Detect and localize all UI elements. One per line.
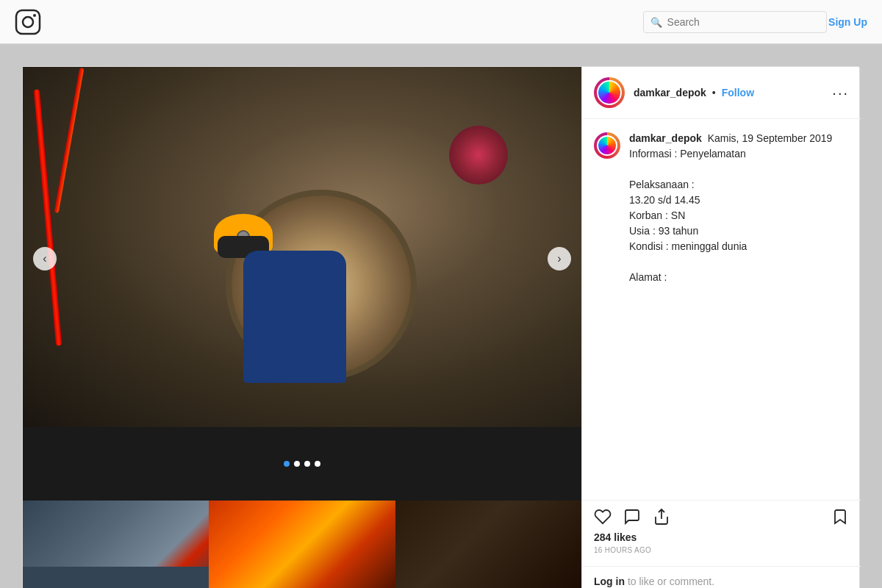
bookmark-button[interactable] (831, 508, 849, 526)
caption-username[interactable]: damkar_depok (629, 132, 702, 144)
carousel-dot-3[interactable] (304, 461, 310, 467)
comment-icon (623, 508, 641, 526)
caption-row: damkar_depok Kamis, 19 September 2019 In… (594, 131, 849, 285)
login-prompt-text: to like or comment. (625, 576, 714, 587)
share-button[interactable] (653, 508, 670, 526)
rescue-scene-image (23, 67, 581, 427)
caption-line4: Korban : SN (629, 209, 685, 221)
search-icon: 🔍 (650, 16, 662, 27)
more-options-button[interactable]: ··· (832, 85, 849, 101)
post-image-main: ‹ › (23, 67, 581, 427)
ellipsis-icon: ··· (832, 85, 849, 101)
username-header[interactable]: damkar_depok (634, 87, 706, 98)
signup-button[interactable]: Sign Up (828, 16, 867, 28)
search-container: 🔍 (643, 11, 827, 33)
caption-content: damkar_depok Kamis, 19 September 2019 In… (629, 131, 832, 285)
carousel-indicator-bar (23, 427, 581, 501)
likes-count: 284 likes (594, 531, 849, 543)
heart-icon (594, 508, 612, 526)
post-actions: 284 likes 16 HOURS AGO (582, 500, 861, 566)
navbar: 🔍 Log In Sign Up (0, 0, 882, 44)
login-prompt: Log in to like or comment. (582, 566, 861, 588)
search-input[interactable] (643, 11, 827, 33)
caption-line6: Kondisi : meninggal dunia (629, 240, 747, 252)
caption-date: Kamis, 19 September 2019 (708, 132, 833, 144)
post-info-panel: damkar_depok • Follow ··· (581, 67, 861, 588)
share-icon (653, 508, 670, 526)
post-image-area: ‹ › (23, 67, 581, 588)
avatar-ring[interactable] (594, 77, 625, 108)
svg-point-2 (33, 14, 36, 17)
svg-point-1 (23, 17, 33, 27)
carousel-dot-4[interactable] (315, 461, 320, 467)
carousel-dot-1[interactable] (284, 461, 290, 467)
post-caption: damkar_depok Kamis, 19 September 2019 In… (582, 119, 861, 500)
time-ago: 16 HOURS AGO (594, 546, 849, 554)
thumbnail-3[interactable] (395, 501, 581, 588)
post-header: damkar_depok • Follow ··· (582, 67, 861, 119)
post-card: ‹ › (22, 66, 860, 588)
caption-line5: Usia : 93 tahun (629, 225, 698, 237)
like-button[interactable] (594, 508, 612, 526)
caption-line8: Alamat : (629, 271, 667, 283)
carousel-prev-button[interactable]: ‹ (33, 247, 57, 270)
caption-line2: Pelaksanaan : (629, 179, 695, 190)
post-header-info: damkar_depok • Follow (634, 87, 832, 98)
dot-separator: • (712, 87, 716, 98)
carousel-dot-2[interactable] (294, 461, 300, 467)
main-area: ‹ › (0, 44, 882, 588)
instagram-logo-icon (15, 9, 41, 35)
carousel-dots (284, 461, 320, 467)
caption-avatar[interactable] (594, 132, 620, 159)
comment-button[interactable] (623, 508, 641, 526)
caption-line1: Informasi : Penyelamatan (629, 148, 746, 159)
action-icons-row (594, 508, 849, 526)
caption-line3: 13.20 s/d 14.45 (629, 194, 700, 206)
thumbnail-2[interactable] (209, 501, 395, 588)
svg-rect-0 (16, 10, 40, 34)
logo[interactable] (15, 9, 41, 35)
bookmark-icon (831, 508, 849, 526)
follow-button[interactable]: Follow (722, 87, 754, 98)
login-prompt-link[interactable]: Log in (594, 576, 625, 587)
carousel-next-button[interactable]: › (548, 247, 571, 270)
thumbnail-row (23, 501, 581, 588)
thumbnail-1[interactable] (23, 501, 209, 588)
